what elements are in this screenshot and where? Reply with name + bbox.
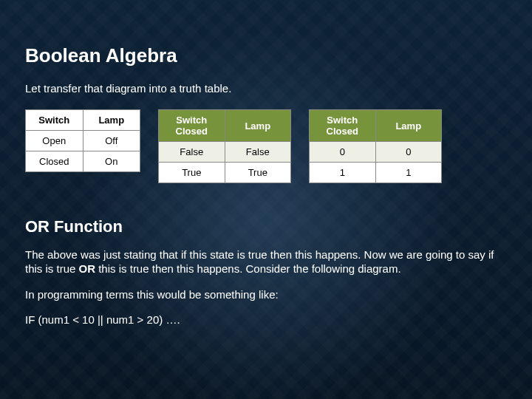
cell: Closed	[26, 151, 83, 172]
cell: True	[159, 163, 225, 183]
th-lamp: Lamp	[83, 110, 140, 131]
th-switch: Switch	[26, 110, 83, 131]
slide-title: Boolean Algebra	[25, 44, 507, 67]
text-bold-or: OR	[79, 262, 96, 275]
cell: 0	[310, 142, 376, 163]
table-row: Closed On	[26, 151, 140, 172]
table-row: 0 0	[310, 142, 442, 163]
cell: Open	[26, 131, 83, 151]
th-lamp: Lamp	[375, 110, 441, 142]
table-row: True True	[159, 163, 291, 183]
cell: 0	[375, 142, 441, 163]
text: this is true then this happens. Consider…	[95, 262, 401, 275]
th-lamp: Lamp	[225, 110, 290, 142]
table-switch-lamp-words: Switch Lamp Open Off Closed On	[25, 109, 140, 172]
cell: 1	[375, 163, 441, 183]
truth-tables-row: Switch Lamp Open Off Closed On Switch Cl…	[25, 109, 507, 183]
cell: Off	[83, 131, 140, 151]
th-switch-closed: Switch Closed	[159, 110, 225, 142]
paragraph-code: IF (num1 < 10 || num1 > 20) ….	[25, 313, 507, 327]
cell: On	[83, 151, 140, 172]
paragraph-or-explain: The above was just stating that if this …	[25, 248, 507, 276]
paragraph-programming: In programming terms this would be somet…	[25, 288, 507, 302]
table-row: False False	[159, 142, 291, 163]
cell: False	[225, 142, 290, 163]
table-row: Open Off	[26, 131, 140, 151]
cell: True	[225, 163, 290, 183]
cell: False	[159, 142, 225, 163]
table-switch-lamp-bool: Switch Closed Lamp False False True True	[158, 109, 291, 183]
cell: 1	[310, 163, 376, 183]
section-heading-or: OR Function	[25, 217, 507, 236]
th-switch-closed: Switch Closed	[310, 110, 376, 142]
table-row: 1 1	[310, 163, 442, 183]
table-switch-lamp-binary: Switch Closed Lamp 0 0 1 1	[309, 109, 442, 183]
intro-text: Let transfer that diagram into a truth t…	[25, 82, 507, 95]
